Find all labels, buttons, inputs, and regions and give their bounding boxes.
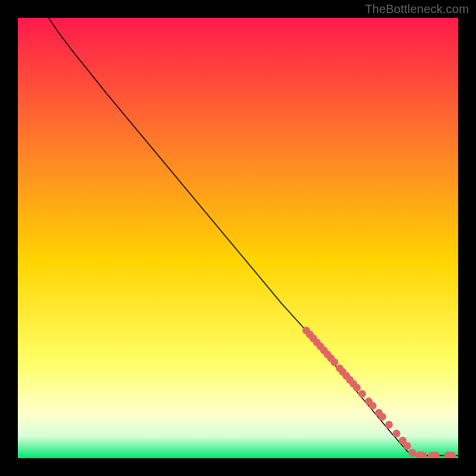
data-marker xyxy=(353,384,361,392)
data-marker xyxy=(385,421,393,428)
chart-svg xyxy=(18,18,458,458)
data-marker xyxy=(331,358,339,366)
data-marker xyxy=(358,390,366,398)
gradient-background xyxy=(18,18,458,458)
data-marker xyxy=(393,430,400,437)
chart-plot xyxy=(18,18,458,458)
attribution-label: TheBottleneck.com xyxy=(365,2,469,16)
data-marker xyxy=(403,442,411,450)
data-marker xyxy=(409,449,416,457)
chart-stage: TheBottleneck.com xyxy=(0,0,476,476)
data-marker xyxy=(378,413,386,421)
data-marker xyxy=(369,402,377,409)
